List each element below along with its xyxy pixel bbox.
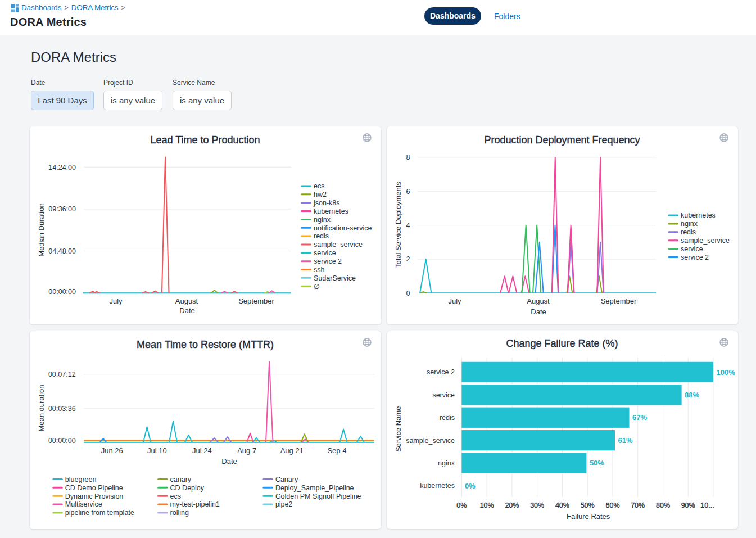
svg-text:Failure Rates: Failure Rates bbox=[567, 512, 610, 521]
svg-text:SudarService: SudarService bbox=[314, 274, 356, 282]
svg-text:kubernetes: kubernetes bbox=[314, 207, 348, 215]
svg-text:Dynamic Provision: Dynamic Provision bbox=[65, 492, 124, 500]
svg-text:nginx: nginx bbox=[681, 220, 698, 228]
svg-text:70%: 70% bbox=[631, 501, 645, 509]
svg-text:notification-service: notification-service bbox=[314, 224, 372, 232]
svg-text:∅: ∅ bbox=[314, 283, 320, 291]
svg-text:my-test-pipelin1: my-test-pipelin1 bbox=[170, 500, 220, 508]
svg-text:json-k8s: json-k8s bbox=[313, 199, 340, 207]
svg-text:September: September bbox=[238, 297, 274, 305]
svg-text:service 2: service 2 bbox=[314, 257, 342, 265]
svg-text:0%: 0% bbox=[465, 482, 476, 490]
svg-text:August: August bbox=[175, 297, 198, 305]
svg-text:rolling: rolling bbox=[170, 509, 189, 517]
svg-text:ssh: ssh bbox=[314, 266, 325, 274]
svg-text:90%: 90% bbox=[681, 501, 695, 509]
svg-text:July: July bbox=[448, 297, 461, 305]
svg-text:4: 4 bbox=[406, 221, 410, 229]
svg-text:service 2: service 2 bbox=[681, 254, 709, 261]
svg-text:61%: 61% bbox=[618, 436, 633, 445]
svg-text:sample_service: sample_service bbox=[314, 241, 363, 248]
svg-text:hw2: hw2 bbox=[314, 191, 327, 198]
svg-text:20%: 20% bbox=[505, 501, 519, 509]
svg-text:00:00:00: 00:00:00 bbox=[48, 288, 76, 296]
svg-text:August: August bbox=[527, 297, 550, 305]
svg-text:Date: Date bbox=[221, 457, 237, 465]
svg-text:10...: 10... bbox=[700, 501, 714, 509]
svg-text:Lead Time to Production: Lead Time to Production bbox=[150, 134, 260, 146]
svg-text:sample_service: sample_service bbox=[681, 237, 730, 245]
svg-text:80%: 80% bbox=[656, 501, 670, 509]
svg-text:bluegreen: bluegreen bbox=[65, 476, 97, 483]
svg-text:July: July bbox=[109, 297, 123, 305]
svg-text:redis: redis bbox=[681, 228, 696, 236]
svg-text:Mean Time to Restore (MTTR): Mean Time to Restore (MTTR) bbox=[137, 339, 274, 350]
svg-text:sample_service: sample_service bbox=[406, 437, 455, 445]
svg-text:Date: Date bbox=[179, 306, 194, 315]
svg-text:Golden PM Signoff Pipeline: Golden PM Signoff Pipeline bbox=[275, 492, 361, 500]
svg-text:Jul 10: Jul 10 bbox=[147, 446, 167, 455]
svg-text:ecs: ecs bbox=[170, 492, 181, 500]
svg-text:2: 2 bbox=[406, 255, 410, 263]
svg-text:50%: 50% bbox=[581, 501, 595, 509]
svg-text:CD Demo Pipeline: CD Demo Pipeline bbox=[65, 484, 123, 492]
svg-text:50%: 50% bbox=[590, 459, 604, 467]
svg-text:Jun 26: Jun 26 bbox=[101, 446, 123, 455]
svg-text:kubernetes: kubernetes bbox=[420, 482, 455, 490]
svg-text:kubernetes: kubernetes bbox=[681, 211, 716, 219]
svg-text:Service Name: Service Name bbox=[394, 406, 402, 452]
svg-text:September: September bbox=[601, 297, 637, 305]
svg-text:pipe2: pipe2 bbox=[275, 500, 293, 508]
svg-text:Change Failure Rate (%): Change Failure Rate (%) bbox=[506, 338, 618, 349]
svg-text:Canary: Canary bbox=[275, 476, 298, 483]
svg-text:Jul 24: Jul 24 bbox=[192, 446, 212, 455]
svg-text:Sep 4: Sep 4 bbox=[327, 446, 346, 455]
svg-text:Multiservice: Multiservice bbox=[65, 500, 102, 508]
svg-text:14:24:00: 14:24:00 bbox=[48, 164, 76, 171]
svg-text:67%: 67% bbox=[632, 413, 647, 422]
svg-text:Aug 7: Aug 7 bbox=[237, 446, 256, 455]
svg-text:60%: 60% bbox=[605, 501, 619, 509]
svg-text:canary: canary bbox=[170, 476, 192, 483]
svg-text:redis: redis bbox=[440, 414, 455, 422]
svg-text:00:03:36: 00:03:36 bbox=[48, 405, 76, 413]
svg-text:88%: 88% bbox=[685, 391, 699, 399]
svg-text:Mean duration: Mean duration bbox=[37, 385, 46, 431]
svg-text:0%: 0% bbox=[456, 501, 467, 509]
svg-text:Aug 21: Aug 21 bbox=[280, 446, 304, 455]
svg-text:8: 8 bbox=[406, 153, 410, 161]
svg-text:04:48:00: 04:48:00 bbox=[48, 247, 76, 255]
svg-text:09:36:00: 09:36:00 bbox=[48, 205, 76, 213]
svg-text:30%: 30% bbox=[530, 501, 544, 509]
svg-text:ecs: ecs bbox=[314, 182, 324, 190]
svg-text:00:00:00: 00:00:00 bbox=[48, 437, 76, 445]
svg-text:nginx: nginx bbox=[314, 216, 331, 224]
svg-text:Date: Date bbox=[531, 308, 546, 316]
svg-text:service: service bbox=[314, 249, 336, 257]
svg-text:nginx: nginx bbox=[438, 459, 455, 467]
svg-text:10%: 10% bbox=[480, 501, 494, 509]
svg-text:service: service bbox=[681, 245, 703, 253]
svg-text:pipeline from template: pipeline from template bbox=[65, 509, 134, 517]
svg-text:Total Service Deployments: Total Service Deployments bbox=[394, 182, 402, 268]
svg-text:service: service bbox=[432, 391, 455, 399]
svg-text:0: 0 bbox=[406, 290, 410, 297]
svg-text:100%: 100% bbox=[717, 368, 736, 377]
svg-text:6: 6 bbox=[406, 188, 410, 196]
svg-text:service 2: service 2 bbox=[427, 368, 455, 376]
svg-text:Median Duration: Median Duration bbox=[37, 203, 46, 256]
svg-text:CD Deploy: CD Deploy bbox=[170, 484, 205, 492]
svg-text:00:07:12: 00:07:12 bbox=[48, 370, 76, 378]
svg-text:redis: redis bbox=[314, 232, 329, 240]
svg-text:40%: 40% bbox=[555, 501, 569, 509]
svg-text:Production Deployment Frequenc: Production Deployment Frequency bbox=[484, 134, 640, 146]
svg-text:Deploy_Sample_Pipeline: Deploy_Sample_Pipeline bbox=[275, 484, 354, 492]
